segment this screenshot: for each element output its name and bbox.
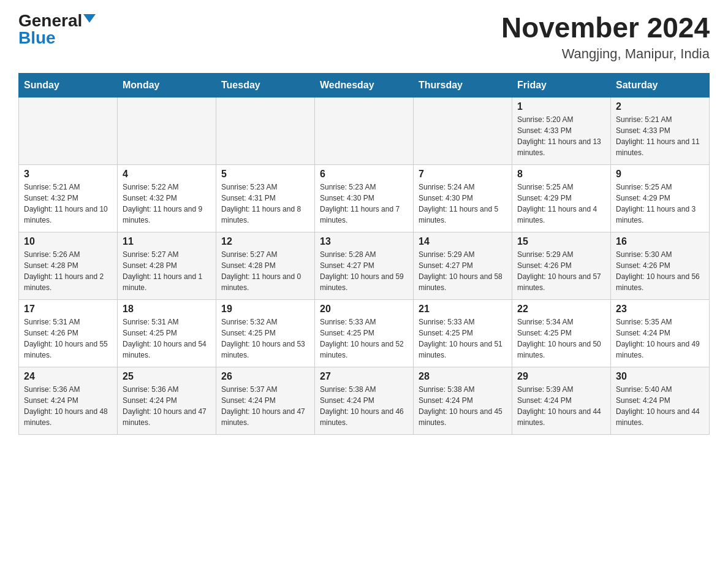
day-info: Sunrise: 5:34 AM Sunset: 4:25 PM Dayligh… <box>517 316 605 361</box>
day-number: 24 <box>24 371 112 382</box>
day-cell: 8Sunrise: 5:25 AM Sunset: 4:29 PM Daylig… <box>512 164 611 232</box>
day-number: 16 <box>616 236 704 247</box>
day-cell: 14Sunrise: 5:29 AM Sunset: 4:27 PM Dayli… <box>414 232 512 299</box>
day-info: Sunrise: 5:25 AM Sunset: 4:29 PM Dayligh… <box>517 182 605 226</box>
day-info: Sunrise: 5:27 AM Sunset: 4:28 PM Dayligh… <box>123 249 211 293</box>
day-number: 19 <box>221 304 309 315</box>
day-info: Sunrise: 5:39 AM Sunset: 4:24 PM Dayligh… <box>517 384 605 428</box>
day-info: Sunrise: 5:25 AM Sunset: 4:29 PM Dayligh… <box>616 182 704 226</box>
calendar-table: SundayMondayTuesdayWednesdayThursdayFrid… <box>18 73 710 435</box>
week-row-3: 10Sunrise: 5:26 AM Sunset: 4:28 PM Dayli… <box>19 232 710 299</box>
day-number: 4 <box>123 169 211 180</box>
day-cell <box>414 97 512 164</box>
day-info: Sunrise: 5:38 AM Sunset: 4:24 PM Dayligh… <box>419 384 507 428</box>
week-row-2: 3Sunrise: 5:21 AM Sunset: 4:32 PM Daylig… <box>19 164 710 232</box>
day-cell: 25Sunrise: 5:36 AM Sunset: 4:24 PM Dayli… <box>118 367 216 434</box>
day-number: 11 <box>123 236 211 247</box>
day-number: 12 <box>221 236 309 247</box>
logo-general: General <box>18 12 82 29</box>
day-info: Sunrise: 5:29 AM Sunset: 4:27 PM Dayligh… <box>419 249 507 293</box>
day-cell: 27Sunrise: 5:38 AM Sunset: 4:24 PM Dayli… <box>315 367 414 434</box>
day-cell: 7Sunrise: 5:24 AM Sunset: 4:30 PM Daylig… <box>414 164 512 232</box>
day-cell: 4Sunrise: 5:22 AM Sunset: 4:32 PM Daylig… <box>118 164 216 232</box>
header-cell-thursday: Thursday <box>414 73 512 97</box>
day-cell: 19Sunrise: 5:32 AM Sunset: 4:25 PM Dayli… <box>216 299 315 367</box>
day-cell: 9Sunrise: 5:25 AM Sunset: 4:29 PM Daylig… <box>611 164 710 232</box>
day-info: Sunrise: 5:32 AM Sunset: 4:25 PM Dayligh… <box>221 316 309 361</box>
day-number: 20 <box>320 304 408 315</box>
header-cell-monday: Monday <box>118 73 216 97</box>
day-cell: 30Sunrise: 5:40 AM Sunset: 4:24 PM Dayli… <box>611 367 710 434</box>
day-info: Sunrise: 5:30 AM Sunset: 4:26 PM Dayligh… <box>616 249 704 293</box>
day-cell: 1Sunrise: 5:20 AM Sunset: 4:33 PM Daylig… <box>512 97 611 164</box>
header-cell-wednesday: Wednesday <box>315 73 414 97</box>
day-number: 29 <box>517 371 605 382</box>
logo-blue: Blue <box>18 29 56 47</box>
header-cell-sunday: Sunday <box>19 73 118 97</box>
day-number: 21 <box>419 304 507 315</box>
week-row-1: 1Sunrise: 5:20 AM Sunset: 4:33 PM Daylig… <box>19 97 710 164</box>
day-cell: 2Sunrise: 5:21 AM Sunset: 4:33 PM Daylig… <box>611 97 710 164</box>
day-cell: 10Sunrise: 5:26 AM Sunset: 4:28 PM Dayli… <box>19 232 118 299</box>
day-number: 8 <box>517 169 605 180</box>
day-info: Sunrise: 5:40 AM Sunset: 4:24 PM Dayligh… <box>616 384 704 428</box>
logo: General Blue <box>18 12 96 47</box>
day-info: Sunrise: 5:31 AM Sunset: 4:26 PM Dayligh… <box>24 316 112 361</box>
day-cell: 6Sunrise: 5:23 AM Sunset: 4:30 PM Daylig… <box>315 164 414 232</box>
day-info: Sunrise: 5:21 AM Sunset: 4:33 PM Dayligh… <box>616 114 704 158</box>
day-info: Sunrise: 5:31 AM Sunset: 4:25 PM Dayligh… <box>123 316 211 361</box>
day-info: Sunrise: 5:22 AM Sunset: 4:32 PM Dayligh… <box>123 182 211 226</box>
day-number: 2 <box>616 101 704 112</box>
day-cell: 21Sunrise: 5:33 AM Sunset: 4:25 PM Dayli… <box>414 299 512 367</box>
day-info: Sunrise: 5:36 AM Sunset: 4:24 PM Dayligh… <box>123 384 211 428</box>
day-cell: 17Sunrise: 5:31 AM Sunset: 4:26 PM Dayli… <box>19 299 118 367</box>
day-cell: 28Sunrise: 5:38 AM Sunset: 4:24 PM Dayli… <box>414 367 512 434</box>
day-number: 28 <box>419 371 507 382</box>
day-info: Sunrise: 5:27 AM Sunset: 4:28 PM Dayligh… <box>221 249 309 293</box>
day-number: 25 <box>123 371 211 382</box>
day-info: Sunrise: 5:36 AM Sunset: 4:24 PM Dayligh… <box>24 384 112 428</box>
day-number: 15 <box>517 236 605 247</box>
calendar-body: 1Sunrise: 5:20 AM Sunset: 4:33 PM Daylig… <box>19 97 710 434</box>
month-title: November 2024 <box>501 12 710 44</box>
day-info: Sunrise: 5:35 AM Sunset: 4:24 PM Dayligh… <box>616 316 704 361</box>
day-number: 22 <box>517 304 605 315</box>
day-cell: 5Sunrise: 5:23 AM Sunset: 4:31 PM Daylig… <box>216 164 315 232</box>
week-row-5: 24Sunrise: 5:36 AM Sunset: 4:24 PM Dayli… <box>19 367 710 434</box>
day-number: 13 <box>320 236 408 247</box>
day-cell <box>315 97 414 164</box>
day-info: Sunrise: 5:28 AM Sunset: 4:27 PM Dayligh… <box>320 249 408 293</box>
day-cell <box>118 97 216 164</box>
day-number: 5 <box>221 169 309 180</box>
day-info: Sunrise: 5:33 AM Sunset: 4:25 PM Dayligh… <box>419 316 507 361</box>
day-number: 17 <box>24 304 112 315</box>
day-cell: 22Sunrise: 5:34 AM Sunset: 4:25 PM Dayli… <box>512 299 611 367</box>
day-number: 23 <box>616 304 704 315</box>
day-cell: 13Sunrise: 5:28 AM Sunset: 4:27 PM Dayli… <box>315 232 414 299</box>
day-cell <box>19 97 118 164</box>
day-number: 26 <box>221 371 309 382</box>
page-header: General Blue November 2024 Wangjing, Man… <box>18 12 710 62</box>
day-info: Sunrise: 5:38 AM Sunset: 4:24 PM Dayligh… <box>320 384 408 428</box>
day-cell: 20Sunrise: 5:33 AM Sunset: 4:25 PM Dayli… <box>315 299 414 367</box>
day-cell: 11Sunrise: 5:27 AM Sunset: 4:28 PM Dayli… <box>118 232 216 299</box>
day-number: 3 <box>24 169 112 180</box>
day-number: 18 <box>123 304 211 315</box>
header-cell-saturday: Saturday <box>611 73 710 97</box>
day-cell: 12Sunrise: 5:27 AM Sunset: 4:28 PM Dayli… <box>216 232 315 299</box>
day-number: 14 <box>419 236 507 247</box>
day-number: 27 <box>320 371 408 382</box>
day-cell: 26Sunrise: 5:37 AM Sunset: 4:24 PM Dayli… <box>216 367 315 434</box>
day-cell: 3Sunrise: 5:21 AM Sunset: 4:32 PM Daylig… <box>19 164 118 232</box>
title-area: November 2024 Wangjing, Manipur, India <box>501 12 710 62</box>
day-number: 30 <box>616 371 704 382</box>
day-cell: 23Sunrise: 5:35 AM Sunset: 4:24 PM Dayli… <box>611 299 710 367</box>
day-info: Sunrise: 5:24 AM Sunset: 4:30 PM Dayligh… <box>419 182 507 226</box>
header-cell-tuesday: Tuesday <box>216 73 315 97</box>
logo-triangle-icon <box>83 14 96 23</box>
header-cell-friday: Friday <box>512 73 611 97</box>
calendar-header: SundayMondayTuesdayWednesdayThursdayFrid… <box>19 73 710 97</box>
day-info: Sunrise: 5:33 AM Sunset: 4:25 PM Dayligh… <box>320 316 408 361</box>
week-row-4: 17Sunrise: 5:31 AM Sunset: 4:26 PM Dayli… <box>19 299 710 367</box>
day-info: Sunrise: 5:26 AM Sunset: 4:28 PM Dayligh… <box>24 249 112 293</box>
